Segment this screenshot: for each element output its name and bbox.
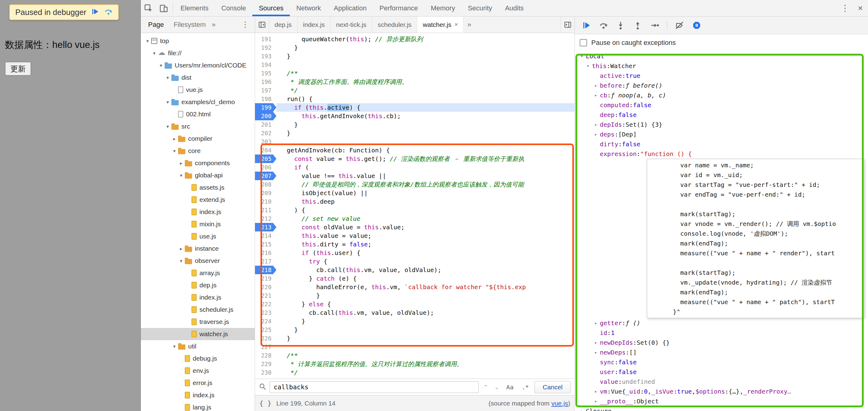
breakpoint-line-number[interactable]: 199 [255, 103, 276, 112]
tab-network[interactable]: Network [290, 0, 328, 16]
tree-item-compiler[interactable]: ▸compiler [141, 132, 255, 145]
scope-prop-depids[interactable]: ▸depIds: Set(1) {3} [575, 120, 868, 129]
line-number[interactable]: 204 [255, 146, 276, 155]
tree-item-index-js[interactable]: index.js [141, 206, 255, 218]
tree-item-002-html[interactable]: 002.html [141, 108, 255, 120]
tree-item-env-js[interactable]: env.js [141, 365, 255, 377]
tree-item-index-js[interactable]: index.js [141, 389, 255, 401]
banner-resume-icon[interactable] [91, 8, 99, 17]
tree-down-arrow-icon[interactable]: ▾ [164, 99, 171, 105]
line-number[interactable]: 209 [255, 189, 276, 197]
step-icon[interactable] [650, 21, 660, 30]
breakpoint-line-number[interactable]: 200 [255, 112, 276, 120]
tree-item-instance[interactable]: ▸instance [141, 243, 255, 255]
tree-item-src[interactable]: ▾src [141, 120, 255, 132]
scope-prop-cb[interactable]: ▸cb: ƒ noop(a, b, c) [575, 90, 868, 100]
line-number[interactable]: 203 [255, 137, 276, 146]
scope-right-arrow-icon[interactable]: ▸ [578, 406, 586, 411]
device-toolbar-icon[interactable] [156, 0, 171, 16]
navigator-more-icon[interactable]: ⋮ [238, 20, 252, 29]
line-number[interactable]: 195 [255, 69, 276, 77]
step-over-icon[interactable] [599, 21, 609, 30]
tree-right-arrow-icon[interactable]: ▸ [178, 160, 185, 166]
tree-item-error-js[interactable]: error.js [141, 377, 255, 389]
tree-item-dep-js[interactable]: dep.js [141, 279, 255, 291]
tree-down-arrow-icon[interactable]: ▾ [144, 38, 151, 44]
tab-console[interactable]: Console [215, 0, 253, 16]
tree-item-observer[interactable]: ▾observer [141, 255, 255, 267]
tree-item-mixin-js[interactable]: mixin.js [141, 218, 255, 230]
tree-item-index-js[interactable]: index.js [141, 291, 255, 304]
step-out-icon[interactable] [633, 21, 643, 30]
line-number[interactable]: 221 [255, 291, 276, 300]
scope-prop-getter[interactable]: ▸getter: ƒ () [575, 318, 868, 328]
line-number[interactable]: 227 [255, 343, 276, 351]
tree-item-core[interactable]: ▾core [141, 145, 255, 157]
tree-item-watcher-js[interactable]: watcher.js [141, 328, 255, 340]
scope-right-arrow-icon[interactable]: ▸ [592, 129, 600, 139]
search-input[interactable] [270, 381, 478, 393]
tab-filesystem[interactable]: Filesystem [168, 17, 211, 33]
breakpoint-line-number[interactable]: 218 [255, 266, 276, 274]
tree-down-arrow-icon[interactable]: ▾ [164, 124, 171, 129]
editor-tab-scheduler-js[interactable]: scheduler.js [372, 17, 417, 33]
scope-down-arrow-icon[interactable]: ▾ [584, 61, 592, 71]
tree-item-top[interactable]: ▾top [141, 35, 255, 47]
close-tab-icon[interactable]: × [455, 21, 458, 28]
breakpoint-line-number[interactable]: 213 [255, 223, 276, 231]
search-cancel-button[interactable]: Cancel [534, 381, 571, 393]
editor-tab-next-tick-js[interactable]: next-tick.js [331, 17, 372, 33]
scope-right-arrow-icon[interactable]: ▸ [592, 347, 600, 357]
tree-item-file[interactable]: ▾☁file:// [141, 47, 255, 59]
line-number[interactable]: 196 [255, 77, 276, 86]
scope-right-arrow-icon[interactable]: ▸ [592, 338, 600, 347]
tree-item-extend-js[interactable]: extend.js [141, 194, 255, 206]
scope-right-arrow-icon[interactable]: ▸ [592, 318, 600, 328]
pause-on-exceptions-icon[interactable] [692, 21, 702, 30]
line-number[interactable]: 194 [255, 60, 276, 69]
tab-performance[interactable]: Performance [373, 0, 424, 16]
line-number[interactable]: 206 [255, 163, 276, 171]
tree-item-use-js[interactable]: use.js [141, 230, 255, 243]
scope-down-arrow-icon[interactable]: ▾ [578, 51, 586, 61]
inspect-element-icon[interactable] [141, 0, 156, 16]
line-number[interactable]: 192 [255, 43, 276, 52]
line-number[interactable]: 210 [255, 197, 276, 206]
line-number[interactable]: 193 [255, 52, 276, 60]
update-button[interactable]: 更新 [5, 62, 31, 76]
regex-button[interactable]: .* [519, 383, 531, 391]
pause-on-caught-checkbox[interactable] [580, 39, 587, 46]
breakpoint-line-number[interactable]: 205 [255, 155, 276, 163]
scope-right-arrow-icon[interactable]: ▸ [592, 120, 600, 129]
tab-application[interactable]: Application [328, 0, 373, 16]
line-number[interactable]: 220 [255, 283, 276, 291]
scope-prop-newdeps[interactable]: ▸newDeps: [] [575, 347, 868, 357]
tab-security[interactable]: Security [462, 0, 498, 16]
scope-right-arrow-icon[interactable]: ▸ [592, 90, 600, 100]
tree-right-arrow-icon[interactable]: ▸ [171, 136, 178, 142]
line-number[interactable]: 222 [255, 300, 276, 308]
tree-item-dist[interactable]: ▾dist [141, 71, 255, 84]
line-number[interactable]: 223 [255, 308, 276, 317]
scope-right-arrow-icon[interactable]: ▸ [592, 386, 600, 396]
tree-down-arrow-icon[interactable]: ▾ [151, 51, 158, 56]
tree-item-scheduler-js[interactable]: scheduler.js [141, 304, 255, 316]
line-number[interactable]: 228 [255, 351, 276, 360]
step-into-icon[interactable] [616, 21, 625, 30]
scope-prop-newdepids[interactable]: ▸newDepIds: Set(0) {} [575, 338, 868, 347]
tree-item-components[interactable]: ▸components [141, 157, 255, 169]
tree-down-arrow-icon[interactable]: ▾ [178, 258, 185, 264]
editor-tab-watcher-js[interactable]: watcher.js× [417, 17, 464, 33]
scope-prop-vm[interactable]: ▸vm: Vue {_uid: 0, _isVue: true, $option… [575, 386, 868, 396]
line-number[interactable]: 229 [255, 360, 276, 368]
show-debugger-icon[interactable] [560, 17, 575, 33]
match-case-button[interactable]: Aa [504, 383, 516, 391]
scope-prop-deps[interactable]: ▸deps: [Dep] [575, 129, 868, 139]
line-number[interactable]: 208 [255, 180, 276, 189]
pretty-print-icon[interactable]: { } [259, 400, 272, 407]
search-prev-icon[interactable]: ⌃ [482, 384, 490, 390]
scope-section-local[interactable]: ▾Local [575, 51, 868, 61]
devtools-more-icon[interactable]: ⋮ [837, 0, 853, 16]
line-number[interactable]: 215 [255, 240, 276, 249]
tree-down-arrow-icon[interactable]: ▾ [171, 344, 178, 349]
